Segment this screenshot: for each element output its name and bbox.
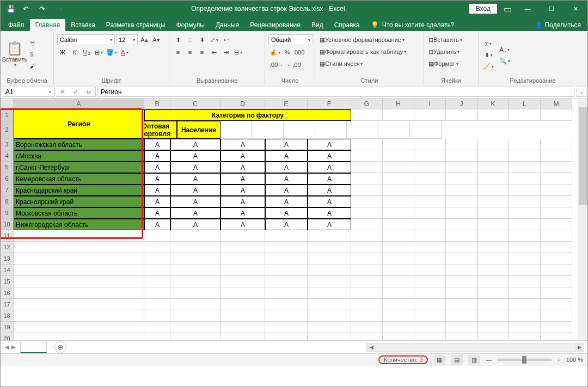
cell-H16[interactable] <box>383 287 414 299</box>
italic-button[interactable]: К <box>69 47 80 58</box>
cell-D17[interactable] <box>220 299 265 310</box>
row-header-2[interactable]: 2 <box>1 121 14 139</box>
cell-I11[interactable] <box>414 230 446 242</box>
cell-J3[interactable] <box>446 139 477 150</box>
row-header-16[interactable]: 16 <box>1 287 14 299</box>
cell-G20[interactable] <box>351 333 383 340</box>
cell-M10[interactable] <box>541 219 572 230</box>
row-header-18[interactable]: 18 <box>1 310 14 322</box>
cell-M4[interactable] <box>541 150 572 162</box>
cell-I17[interactable] <box>414 299 446 310</box>
cell-H10[interactable] <box>383 219 414 230</box>
cell-J13[interactable] <box>446 253 477 265</box>
cell-E7[interactable]: A <box>265 185 308 196</box>
clear-button[interactable]: 🧹▾ <box>482 62 495 72</box>
comma-button[interactable]: 000 <box>293 47 305 58</box>
insert-cells[interactable]: ⊞ Вставить▾ <box>427 34 475 45</box>
cell-K3[interactable] <box>477 139 509 150</box>
cell-H13[interactable] <box>383 253 414 265</box>
tab-home[interactable]: Главная <box>30 18 66 31</box>
cell-D9[interactable]: A <box>220 207 265 219</box>
cell-F14[interactable] <box>308 265 351 276</box>
cell-F17[interactable] <box>308 299 351 310</box>
enter-formula[interactable]: ✓ <box>69 88 82 96</box>
cell-C8[interactable]: A <box>170 196 220 207</box>
cell-A1-merged[interactable]: Регион <box>14 109 144 139</box>
cell-D19[interactable] <box>220 322 265 333</box>
cell-F3[interactable]: A <box>308 139 351 150</box>
cell-M2[interactable] <box>410 121 442 139</box>
cell-G19[interactable] <box>351 322 383 333</box>
cell-E13[interactable] <box>265 253 308 265</box>
cell-E14[interactable] <box>265 265 308 276</box>
cell-C19[interactable] <box>170 322 220 333</box>
cell-H20[interactable] <box>383 333 414 340</box>
cell-I8[interactable] <box>414 196 446 207</box>
col-header-L[interactable]: L <box>509 99 541 109</box>
cell-I14[interactable] <box>414 265 446 276</box>
cell-G1[interactable] <box>351 109 383 121</box>
cell-M1[interactable] <box>541 109 572 121</box>
cell-M13[interactable] <box>541 253 572 265</box>
tab-layout[interactable]: Разметка страницы <box>101 19 171 31</box>
cell-G11[interactable] <box>351 230 383 242</box>
tab-formulas[interactable]: Формулы <box>171 19 210 31</box>
row-header-8[interactable]: 8 <box>1 196 14 207</box>
row-header-6[interactable]: 6 <box>1 173 14 185</box>
delete-cells[interactable]: ⊟ Удалить▾ <box>427 46 475 57</box>
vertical-scrollbar[interactable] <box>578 99 587 340</box>
row-header-20[interactable]: 20 <box>1 333 14 340</box>
hscroll-right[interactable]: ▶ <box>575 343 584 351</box>
cell-B10[interactable]: A <box>144 219 170 230</box>
col-header-A[interactable]: A <box>14 99 144 109</box>
align-left[interactable]: ≡ <box>173 47 183 58</box>
sheet-nav-prev[interactable]: ◀ <box>5 344 9 350</box>
cell-I4[interactable] <box>414 150 446 162</box>
cell-F4[interactable]: A <box>308 150 351 162</box>
cell-B1[interactable]: Категория по фактору <box>144 109 351 121</box>
cell-I9[interactable] <box>414 207 446 219</box>
insert-function[interactable]: fx <box>82 89 95 95</box>
cell-L8[interactable] <box>509 196 541 207</box>
cell-D7[interactable]: A <box>220 185 265 196</box>
cell-J10[interactable] <box>446 219 477 230</box>
cell-H3[interactable] <box>383 139 414 150</box>
tell-me[interactable]: 💡Что вы хотите сделать? <box>365 19 460 31</box>
cell-G15[interactable] <box>351 276 383 287</box>
col-header-K[interactable]: K <box>477 99 509 109</box>
cell-K2[interactable] <box>347 121 378 139</box>
cell-C10[interactable]: A <box>170 219 220 230</box>
align-right[interactable]: ≡ <box>197 47 207 58</box>
col-header-J[interactable]: J <box>446 99 477 109</box>
zoom-level[interactable]: 100 % <box>566 357 583 363</box>
minimize-button[interactable]: — <box>516 1 540 17</box>
cell-H8[interactable] <box>383 196 414 207</box>
cell-B19[interactable] <box>144 322 170 333</box>
cell-K19[interactable] <box>477 322 509 333</box>
row-header-7[interactable]: 7 <box>1 185 14 196</box>
cell-J9[interactable] <box>446 207 477 219</box>
align-center[interactable]: ≡ <box>185 47 195 58</box>
cut-button[interactable]: ✂ <box>27 38 38 48</box>
horizontal-scrollbar[interactable]: ◀ ▶ <box>366 343 584 352</box>
zoom-in[interactable]: + <box>557 357 560 363</box>
cell-B4[interactable]: A <box>144 150 170 162</box>
font-color-button[interactable]: A▾ <box>119 47 130 58</box>
cell-G2[interactable] <box>220 121 252 139</box>
ribbon-display-options[interactable]: ▭ <box>499 1 516 17</box>
cell-G13[interactable] <box>351 253 383 265</box>
tab-review[interactable]: Рецензирование <box>244 19 306 31</box>
cell-H18[interactable] <box>383 310 414 322</box>
cell-styles[interactable]: ▦ Стили ячеек▾ <box>318 58 420 69</box>
cell-H5[interactable] <box>383 162 414 173</box>
format-cells[interactable]: ▦ Формат▾ <box>427 58 475 69</box>
sheet-nav-next[interactable]: ▶ <box>11 344 16 350</box>
cell-I12[interactable] <box>414 242 446 253</box>
cell-L7[interactable] <box>509 185 541 196</box>
cell-K20[interactable] <box>477 333 509 340</box>
zoom-slider[interactable] <box>497 359 552 361</box>
cell-H4[interactable] <box>383 150 414 162</box>
cell-H19[interactable] <box>383 322 414 333</box>
cell-L20[interactable] <box>509 333 541 340</box>
cell-G10[interactable] <box>351 219 383 230</box>
